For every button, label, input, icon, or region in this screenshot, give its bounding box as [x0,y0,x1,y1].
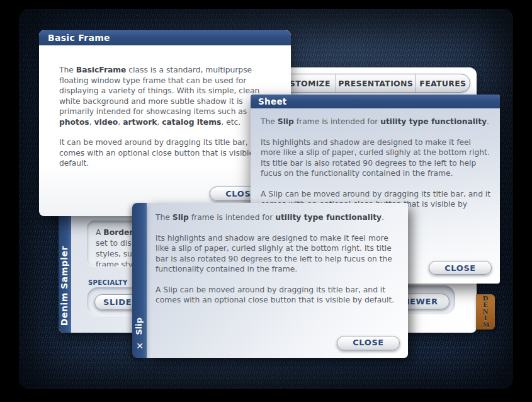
sheet-paragraph: Its highlights and shadow are designed t… [261,137,491,179]
slip-body: The Slip frame is intended for utility t… [147,203,408,358]
basic-frame-paragraph: The BasicFrame class is a standard, mult… [59,65,272,127]
slip-paragraph: The Slip frame is intended for utility t… [156,212,400,223]
sheet-paragraph: The Slip frame is intended for utility t… [261,117,491,127]
basic-frame-titlebar[interactable]: Basic Frame [39,30,291,45]
tab-presentations[interactable]: PRESENTATIONS [336,74,416,92]
denim-tag: DENIM [476,294,495,330]
tab-bar: CUSTOMIZE PRESENTATIONS FEATURES [271,74,470,93]
viewport: CUSTOMIZE PRESENTATIONS FEATURES A Borde… [0,0,532,402]
tab-features[interactable]: FEATURES [416,74,470,92]
denim-tag-label: DENIM [483,296,489,329]
slip-window: The Slip frame is intended for utility t… [132,203,408,358]
slip-close-button[interactable]: CLOSE [337,336,400,350]
denim-sampler-title: Denim Sampler [59,246,72,326]
close-icon[interactable]: ✕ [134,340,145,352]
basic-frame-paragraph: It can be moved around by dragging its t… [59,137,272,169]
slip-paragraph: Its highlights and shadow are designed t… [156,233,400,275]
slip-paragraph: A Slip can be moved around by dragging i… [156,285,400,306]
slip-title: Slip [134,318,145,335]
specialty-label: SPECIALTY [88,279,128,286]
slip-titlebar[interactable]: Slip ✕ [132,203,147,358]
sheet-close-button[interactable]: CLOSE [429,261,492,275]
sheet-titlebar[interactable]: Sheet [251,95,500,108]
